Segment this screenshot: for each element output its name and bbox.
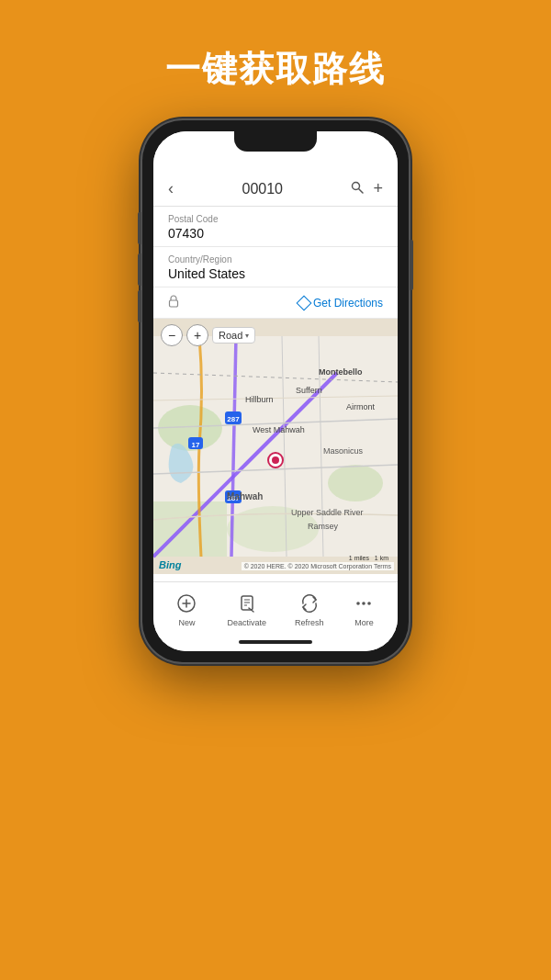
toolbar-refresh[interactable]: Refresh xyxy=(295,591,324,627)
map-attribution: © 2020 HERE. © 2020 Microsoft Corporatio… xyxy=(242,562,394,570)
svg-line-1 xyxy=(359,189,364,194)
bing-logo: Bing xyxy=(159,559,181,570)
refresh-icon xyxy=(298,591,321,615)
header-title: 00010 xyxy=(242,181,283,197)
svg-point-35 xyxy=(368,602,372,605)
map-svg: 287 17 287 Montebello Suffern Airmont Hi… xyxy=(153,319,398,574)
home-bar xyxy=(239,640,312,644)
lock-icon xyxy=(168,295,179,310)
map-container: 287 17 287 Montebello Suffern Airmont Hi… xyxy=(153,319,398,574)
get-directions-label: Get Directions xyxy=(313,297,383,310)
toolbar-new[interactable]: New xyxy=(174,591,198,627)
svg-text:Suffern: Suffern xyxy=(296,386,322,395)
svg-rect-2 xyxy=(170,300,178,307)
phone-frame: ‹ 00010 + Postal Code 074 xyxy=(142,120,409,662)
home-indicator xyxy=(153,633,398,651)
page-title: 一键获取路线 xyxy=(0,0,551,120)
new-icon xyxy=(174,591,198,615)
map-controls: − + Road ▾ xyxy=(161,324,255,346)
toolbar-new-label: New xyxy=(178,618,195,627)
svg-text:287: 287 xyxy=(227,415,240,423)
country-region-value: United States xyxy=(168,266,383,281)
svg-text:Airmont: Airmont xyxy=(346,402,376,411)
directions-icon xyxy=(296,295,311,310)
page-background: 一键获取路线 ‹ 00010 + xyxy=(0,0,551,980)
spacer xyxy=(153,574,398,581)
toolbar-refresh-label: Refresh xyxy=(295,618,324,627)
svg-text:Ramsey: Ramsey xyxy=(308,522,339,531)
more-icon xyxy=(352,591,376,615)
svg-text:Montebello: Montebello xyxy=(319,367,363,377)
get-directions-button[interactable]: Get Directions xyxy=(298,297,383,310)
toolbar-deactivate-label: Deactivate xyxy=(227,618,266,627)
zoom-in-button[interactable]: + xyxy=(186,324,208,346)
country-region-section: Country/Region United States xyxy=(153,247,398,287)
phone-screen: ‹ 00010 + Postal Code 074 xyxy=(153,131,398,651)
postal-code-label: Postal Code xyxy=(168,214,383,224)
toolbar-more-label: More xyxy=(354,618,374,627)
svg-rect-6 xyxy=(153,501,227,557)
svg-point-34 xyxy=(363,602,366,605)
phone-notch xyxy=(234,131,317,152)
svg-text:Hillburn: Hillburn xyxy=(245,395,274,404)
svg-point-33 xyxy=(357,602,361,605)
svg-text:17: 17 xyxy=(192,441,200,449)
add-icon[interactable]: + xyxy=(373,179,383,198)
dropdown-arrow: ▾ xyxy=(245,332,249,340)
zoom-out-button[interactable]: − xyxy=(161,324,183,346)
svg-point-25 xyxy=(272,456,279,464)
bottom-toolbar: New Deactivate xyxy=(153,581,398,633)
svg-point-5 xyxy=(328,465,383,501)
back-button[interactable]: ‹ xyxy=(168,179,174,198)
toolbar-more[interactable]: More xyxy=(352,591,376,627)
app-header: ‹ 00010 + xyxy=(153,172,398,207)
country-region-label: Country/Region xyxy=(168,254,383,265)
content-area: Postal Code 07430 Country/Region United … xyxy=(153,207,398,581)
svg-text:West Mahwah: West Mahwah xyxy=(253,425,305,434)
deactivate-icon xyxy=(235,591,259,615)
search-icon[interactable] xyxy=(351,179,364,198)
postal-code-value: 07430 xyxy=(168,226,383,241)
svg-text:Upper Saddle River: Upper Saddle River xyxy=(291,508,364,517)
toolbar-deactivate[interactable]: Deactivate xyxy=(227,591,266,627)
actions-bar: Get Directions xyxy=(153,287,398,319)
svg-text:Mahwah: Mahwah xyxy=(227,491,263,501)
svg-text:Masonicus: Masonicus xyxy=(323,446,364,456)
postal-code-section: Postal Code 07430 xyxy=(153,207,398,247)
map-scale: 1 miles 1 km xyxy=(349,555,388,561)
map-type-dropdown[interactable]: Road ▾ xyxy=(212,327,255,344)
map-type-label: Road xyxy=(219,330,242,341)
